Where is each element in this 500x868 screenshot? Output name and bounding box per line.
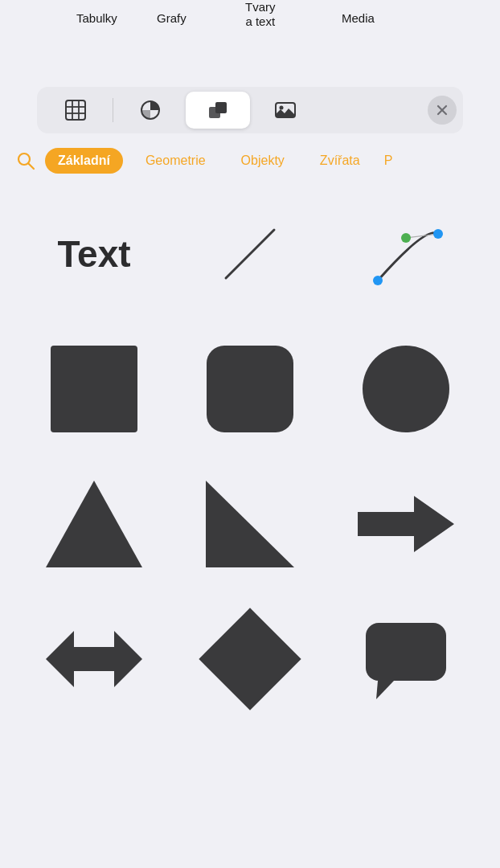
- toolbar: [37, 87, 463, 133]
- search-icon[interactable]: [16, 151, 35, 170]
- svg-rect-7: [215, 102, 227, 113]
- category-objekty[interactable]: Objekty: [228, 148, 297, 174]
- shape-triangle-iso[interactable]: [24, 468, 164, 580]
- toolbar-grafy-button[interactable]: [118, 92, 182, 129]
- shape-line[interactable]: [180, 198, 320, 310]
- svg-point-17: [401, 233, 411, 243]
- svg-marker-20: [358, 496, 454, 552]
- toolbar-tvary-button[interactable]: [186, 92, 250, 129]
- shape-triangle-right[interactable]: [180, 468, 320, 580]
- label-media: Media: [342, 11, 375, 25]
- svg-point-9: [280, 106, 284, 110]
- svg-line-13: [29, 164, 35, 170]
- svg-rect-0: [66, 100, 85, 120]
- svg-point-18: [373, 276, 383, 285]
- category-more: P: [383, 154, 393, 168]
- svg-point-16: [433, 229, 443, 239]
- category-zakladni[interactable]: Základní: [45, 148, 123, 174]
- category-zvirata[interactable]: Zvířata: [307, 148, 373, 174]
- category-geometrie[interactable]: Geometrie: [133, 148, 219, 174]
- shape-diamond[interactable]: [180, 603, 320, 715]
- shape-square[interactable]: [24, 333, 164, 445]
- shape-speech-bubble[interactable]: [336, 603, 476, 715]
- svg-line-14: [226, 230, 274, 278]
- shape-rounded-rect[interactable]: [180, 333, 320, 445]
- toolbar-divider-1: [113, 98, 113, 122]
- toolbar-close-button[interactable]: [428, 96, 457, 125]
- shape-text[interactable]: Text: [24, 198, 164, 310]
- label-grafy: Grafy: [157, 11, 186, 25]
- shapes-grid: Text: [0, 182, 500, 739]
- label-tabulky: Tabulky: [76, 11, 117, 25]
- label-tvary: Tvarya text: [245, 0, 276, 29]
- svg-rect-22: [366, 623, 446, 681]
- toolbar-media-button[interactable]: [253, 92, 318, 129]
- svg-marker-23: [376, 681, 394, 699]
- shape-double-arrow[interactable]: [24, 603, 164, 715]
- svg-marker-21: [46, 631, 142, 687]
- shape-curve[interactable]: [336, 198, 476, 310]
- svg-marker-19: [206, 481, 294, 567]
- shape-arrow[interactable]: [336, 468, 476, 580]
- category-bar: Základní Geometrie Objekty Zvířata P: [0, 133, 500, 182]
- shape-circle[interactable]: [336, 333, 476, 445]
- toolbar-tabulky-button[interactable]: [43, 92, 108, 129]
